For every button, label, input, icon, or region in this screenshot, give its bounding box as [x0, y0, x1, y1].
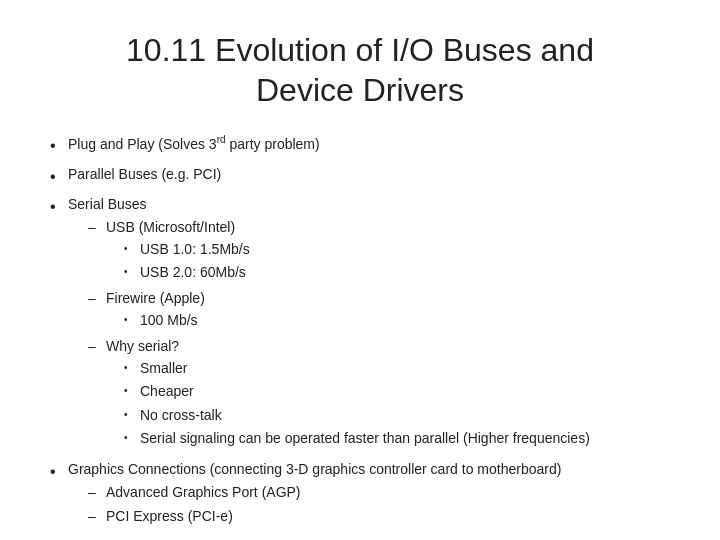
bullet-plug-play: • Plug and Play (Solves 3rd party proble…	[50, 132, 670, 159]
why-serial-item: – Why serial? • Smaller • Cheaper	[88, 335, 670, 451]
usb-item: – USB (Microsoft/Intel) • USB 1.0: 1.5Mb…	[88, 216, 670, 285]
bullet-plug-play-text: Plug and Play (Solves 3rd party problem)	[68, 132, 670, 155]
bullet-dot: •	[50, 163, 68, 190]
pcie-label: PCI Express (PCI-e)	[106, 505, 233, 527]
why-serial-sub-item: • Cheaper	[124, 380, 590, 402]
bullet-serial-text: Serial Buses – USB (Microsoft/Intel) • U…	[68, 193, 670, 452]
title-line2: Device Drivers	[50, 70, 670, 110]
usb-sub: • USB 1.0: 1.5Mb/s • USB 2.0: 60Mb/s	[124, 238, 250, 284]
firewire-label: Firewire (Apple)	[106, 290, 205, 306]
bullet-graphics: • Graphics Connections (connecting 3-D g…	[50, 458, 670, 529]
bullet-parallel-text: Parallel Buses (e.g. PCI)	[68, 163, 670, 185]
bullet-dot: •	[50, 132, 68, 159]
why-serial-sub-item: • Serial signaling can be operated faste…	[124, 427, 590, 449]
agp-item: – Advanced Graphics Port (AGP)	[88, 481, 670, 503]
why-serial-sub-item: • No cross-talk	[124, 404, 590, 426]
firewire-sub-item: • 100 Mb/s	[124, 309, 205, 331]
why-serial-sub: • Smaller • Cheaper • No cross-talk	[124, 357, 590, 450]
slide: 10.11 Evolution of I/O Buses and Device …	[0, 0, 720, 540]
slide-content: • Plug and Play (Solves 3rd party proble…	[50, 132, 670, 534]
title-line1: 10.11 Evolution of I/O Buses and	[50, 30, 670, 70]
usb-label: USB (Microsoft/Intel)	[106, 219, 235, 235]
graphics-sub-list: – Advanced Graphics Port (AGP) – PCI Exp…	[88, 481, 670, 528]
firewire-sub: • 100 Mb/s	[124, 309, 205, 331]
why-serial-label: Why serial?	[106, 338, 179, 354]
usb-sub-item: • USB 2.0: 60Mb/s	[124, 261, 250, 283]
slide-title: 10.11 Evolution of I/O Buses and Device …	[50, 30, 670, 110]
why-serial-sub-item: • Smaller	[124, 357, 590, 379]
bullet-parallel: • Parallel Buses (e.g. PCI)	[50, 163, 670, 190]
bullet-dot: •	[50, 458, 68, 485]
firewire-item: – Firewire (Apple) • 100 Mb/s	[88, 287, 670, 333]
bullet-serial: • Serial Buses – USB (Microsoft/Intel) •…	[50, 193, 670, 452]
serial-sub-list: – USB (Microsoft/Intel) • USB 1.0: 1.5Mb…	[88, 216, 670, 451]
usb-sub-item: • USB 1.0: 1.5Mb/s	[124, 238, 250, 260]
bullet-dot: •	[50, 193, 68, 220]
graphics-text: Graphics Connections (connecting 3-D gra…	[68, 461, 561, 477]
pcie-item: – PCI Express (PCI-e)	[88, 505, 670, 527]
agp-label: Advanced Graphics Port (AGP)	[106, 481, 301, 503]
